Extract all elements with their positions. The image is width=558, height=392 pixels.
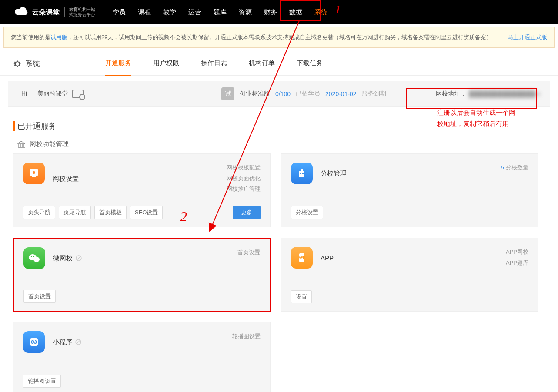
logo[interactable]: 云朵课堂 教育机构一站 式服务云平台 <box>15 7 95 17</box>
building-icon <box>291 163 313 184</box>
page-title: 系统 <box>13 59 40 69</box>
svg-point-12 <box>37 259 38 259</box>
nav-qbank[interactable]: 题库 <box>214 0 227 24</box>
card-miniprogram: 小程序 轮播图设置 轮播图设置 <box>13 322 271 392</box>
btn-app-settings[interactable]: 设置 <box>291 290 312 303</box>
gear-icon <box>13 60 22 68</box>
btn-header-nav[interactable]: 页头导航 <box>23 206 55 219</box>
info-bar: Hi， 美丽的课堂 试 创业标准版 0/100 已招学员 2020-01-02 … <box>8 81 550 107</box>
card-wechat-school: 微网校 首页设置 首页设置 <box>13 238 271 312</box>
card-branch-manage: 分校管理 5分校数量 分校设置 <box>281 153 538 227</box>
upgrade-link[interactable]: 马上开通正式版 <box>508 33 547 41</box>
btn-home-tpl[interactable]: 首页模板 <box>94 206 127 219</box>
btn-more[interactable]: 更多 <box>233 206 261 219</box>
svg-line-14 <box>77 256 80 260</box>
section-title: 已开通服务 <box>13 121 545 131</box>
svg-point-10 <box>33 256 34 257</box>
btn-seo[interactable]: SEO设置 <box>130 206 163 219</box>
svg-point-9 <box>31 256 32 257</box>
svg-rect-6 <box>302 173 304 174</box>
btn-wx-home-settings[interactable]: 首页设置 <box>23 290 56 303</box>
svg-line-19 <box>77 340 80 344</box>
btn-mp-carousel[interactable]: 轮播图设置 <box>23 375 61 388</box>
subsection-title: 网校功能管理 <box>17 140 545 148</box>
nav-resource[interactable]: 资源 <box>239 0 252 24</box>
nav-ops[interactable]: 运营 <box>188 0 201 24</box>
nav-items: 学员 课程 教学 运营 题库 资源 财务 数据 系统 <box>113 0 327 24</box>
svg-text:APP: APP <box>299 256 305 259</box>
trial-badge-icon: 试 <box>221 87 234 100</box>
nav-system[interactable]: 系统 <box>314 0 327 24</box>
card-school-settings: 网校设置 网校模板配置 网校页面优化 网校推广管理 页头导航 页尾导航 首页模板… <box>13 153 271 227</box>
card-app: APP APP APP网校 APP题库 设置 <box>281 238 538 312</box>
monitor-icon <box>23 163 45 184</box>
tab-user-perm[interactable]: 用户权限 <box>153 52 179 76</box>
school-url: ██████████████m <box>469 90 541 97</box>
svg-rect-1 <box>32 176 36 177</box>
tab-op-log[interactable]: 操作日志 <box>201 52 227 76</box>
tab-open-service[interactable]: 开通服务 <box>105 52 131 76</box>
branch-count: 5 <box>501 164 504 171</box>
nav-courses[interactable]: 课程 <box>138 0 151 24</box>
btn-branch-settings[interactable]: 分校设置 <box>291 206 323 219</box>
id-card-icon[interactable] <box>72 90 84 98</box>
addr-label: 网校地址： <box>436 90 466 98</box>
svg-rect-3 <box>299 171 304 177</box>
tab-orders[interactable]: 机构订单 <box>249 52 275 76</box>
logo-text: 云朵课堂 <box>32 8 60 17</box>
svg-point-2 <box>33 171 35 174</box>
cloud-icon <box>15 7 30 17</box>
miniprogram-icon <box>23 331 45 353</box>
recruit-count: 0/100 <box>275 90 291 97</box>
nav-data[interactable]: 数据 <box>289 0 302 24</box>
bank-icon <box>17 141 25 148</box>
btn-footer-nav[interactable]: 页尾导航 <box>59 206 91 219</box>
trial-banner: 您当前使用的是 试用版 ，还可以试用29天，试用期间上传的视频不会被长期保留。开… <box>3 27 555 48</box>
app-icon: APP <box>291 247 313 269</box>
disabled-icon <box>75 339 82 345</box>
disabled-icon <box>75 255 82 262</box>
top-nav: 云朵课堂 教育机构一站 式服务云平台 学员 课程 教学 运营 题库 资源 财务 … <box>0 0 558 24</box>
nav-finance[interactable]: 财务 <box>264 0 277 24</box>
svg-rect-5 <box>300 173 301 174</box>
nav-teach[interactable]: 教学 <box>163 0 176 24</box>
school-name: 美丽的课堂 <box>37 90 68 98</box>
svg-rect-4 <box>301 169 303 171</box>
nav-students[interactable]: 学员 <box>113 0 126 24</box>
svg-point-11 <box>35 259 36 259</box>
wechat-icon <box>23 247 45 269</box>
trial-link[interactable]: 试用版 <box>50 33 67 41</box>
sub-nav: 系统 开通服务 用户权限 操作日志 机构订单 下载任务 <box>0 52 558 76</box>
svg-point-8 <box>33 257 40 262</box>
plan-name: 创业标准版 <box>240 90 270 98</box>
tab-downloads[interactable]: 下载任务 <box>297 52 323 76</box>
expire-date: 2020-01-02 <box>325 90 357 97</box>
